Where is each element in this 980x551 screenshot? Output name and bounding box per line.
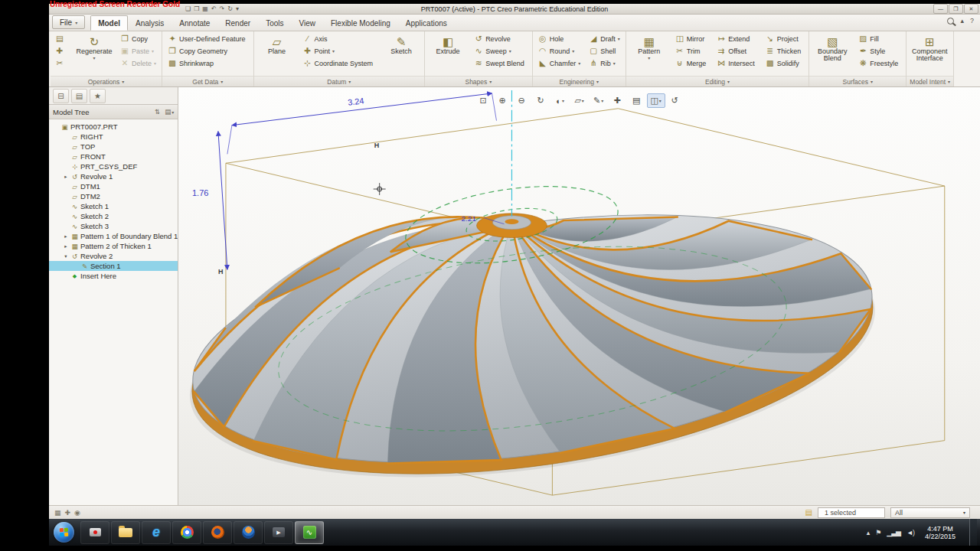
ribbon-button[interactable]: ↘ Project [763, 33, 807, 44]
ribbon-group-footer[interactable]: Get Data ▾ [162, 76, 253, 86]
ribbon-tab[interactable]: Applications [398, 15, 455, 31]
taskbar-clock[interactable]: 4:47 PM 4/22/2015 [920, 525, 960, 540]
ribbon-button[interactable]: ▧ Boundary Blend [812, 33, 853, 64]
ribbon-button[interactable]: ◢ Draft ▾ [586, 33, 623, 44]
new-icon[interactable]: ❏ [185, 5, 191, 13]
ribbon-group-footer[interactable]: Model Intent ▾ [906, 76, 953, 86]
taskbar-app-button[interactable] [203, 521, 232, 544]
ribbon-button[interactable]: ▱ Plane [256, 33, 298, 57]
ribbon-group-footer[interactable]: Operations ▾ [51, 76, 162, 86]
ribbon-tab[interactable]: View [292, 15, 324, 31]
model-tree-toggle-icon[interactable]: ⊟ [53, 89, 69, 103]
graphics-tool-button[interactable]: ⊡ [475, 93, 493, 108]
ribbon-button[interactable]: ▢ Shell [586, 45, 623, 57]
ribbon-button[interactable]: ◧ Extrude [427, 33, 469, 57]
ribbon-button[interactable]: ✚ [53, 45, 71, 57]
ribbon-button[interactable]: ⊞ Component Interface [909, 33, 950, 64]
tree-item[interactable]: ∿ Sketch 1 [49, 201, 178, 211]
tree-item[interactable]: ▱ DTM1 [49, 181, 178, 191]
ribbon-button[interactable]: ▩ Solidify [763, 57, 807, 69]
taskbar-app-button[interactable]: e [142, 521, 171, 544]
snap-icon[interactable]: ✚ [65, 509, 71, 517]
selection-filter-dropdown[interactable]: All ▾ [890, 507, 970, 518]
tree-item[interactable]: ▸ ▦ Pattern 1 of Boundary Blend 1 [49, 231, 178, 241]
graphics-tool-button[interactable]: ◐ ▾ [551, 93, 570, 108]
message-log-icon[interactable]: ◉ [74, 509, 80, 517]
ribbon-button[interactable]: ✂ Trim [672, 45, 712, 57]
ribbon-tab[interactable]: Flexible Modeling [323, 15, 398, 31]
favorites-icon[interactable]: ★ [90, 89, 106, 103]
regenerate-icon[interactable]: ↻ [227, 5, 233, 13]
ribbon-button[interactable]: ◎ Hole [535, 33, 584, 44]
model-tree-header-icon[interactable]: ▤▾ [165, 108, 174, 116]
ribbon-group-footer[interactable]: Shapes ▾ [425, 76, 532, 86]
tree-item[interactable]: ∿ Sketch 3 [49, 221, 178, 231]
graphics-tool-button[interactable]: ◫ ▾ [647, 93, 665, 108]
search-icon[interactable] [947, 18, 954, 24]
dimension-width[interactable]: 3.24 [348, 96, 365, 106]
action-center-icon[interactable]: ⚑ [875, 529, 880, 536]
message-note-icon[interactable]: ▤ [805, 508, 812, 517]
ribbon-button[interactable]: ⇉ Offset [714, 45, 760, 57]
ribbon-group-footer[interactable]: Editing ▾ [626, 76, 809, 86]
taskbar-app-button[interactable] [80, 521, 109, 544]
ribbon-tab[interactable]: Render [217, 15, 258, 31]
tree-item[interactable]: ▣ PRT0007.PRT [49, 122, 178, 132]
tree-item[interactable]: ▸ ▦ Pattern 2 of Thicken 1 [49, 241, 178, 251]
ribbon-button[interactable]: ❐ Copy [117, 33, 159, 44]
close-button[interactable]: ✕ [964, 4, 978, 14]
graphics-tool-button[interactable]: ✚ [609, 93, 627, 108]
graphics-tool-button[interactable]: ▤ [628, 93, 646, 108]
ribbon-button[interactable]: ↦ Extend [714, 33, 760, 44]
ribbon-button[interactable]: ∿ Sweep ▾ [471, 45, 530, 57]
help-icon[interactable]: ? [970, 17, 974, 24]
ribbon-button[interactable]: ⊎ Merge [672, 57, 712, 69]
ribbon-button[interactable]: ⋈ Intersect [714, 57, 760, 69]
ribbon-button[interactable]: ◠ Round ▾ [535, 45, 584, 57]
tree-item[interactable]: ∿ Sketch 2 [49, 211, 178, 221]
folder-browser-icon[interactable]: ▤ [71, 89, 87, 103]
window-list-icon[interactable]: ▾ [236, 5, 239, 13]
save-icon[interactable]: ▦ [202, 5, 208, 13]
ribbon-button[interactable]: ✒ Style [855, 45, 903, 57]
ribbon-button[interactable]: ◣ Chamfer ▾ [535, 57, 584, 69]
tree-item[interactable]: ▱ DTM2 [49, 191, 178, 201]
tree-expander-icon[interactable]: ▸ [63, 174, 69, 180]
ribbon-group-footer[interactable]: Engineering ▾ [533, 76, 626, 86]
tree-item[interactable]: ▸ ↺ Revolve 1 [49, 171, 178, 181]
tree-item[interactable]: ▱ RIGHT [49, 132, 178, 142]
restore-button[interactable]: ❐ [949, 4, 963, 14]
ribbon-tab[interactable]: Model [90, 15, 128, 31]
taskbar-app-button[interactable] [234, 521, 263, 544]
hidden-icons-icon[interactable]: ▴ [867, 529, 870, 536]
ribbon-button[interactable]: ▨ Fill [855, 33, 903, 44]
tree-expander-icon[interactable]: ▸ [63, 243, 69, 249]
dimension-height[interactable]: 1.76 [192, 188, 208, 197]
volume-icon[interactable]: ◄) [906, 529, 914, 536]
ribbon-button[interactable]: ▤ [53, 33, 71, 44]
ribbon-tab[interactable]: Annotate [172, 15, 217, 31]
tree-item[interactable]: ▱ FRONT [49, 152, 178, 161]
ribbon-button[interactable]: ▦ Pattern ▾ [629, 33, 670, 64]
graphics-tool-button[interactable]: ▱ ▾ [570, 93, 589, 108]
ribbon-group-footer[interactable]: Surfaces ▾ [809, 76, 906, 86]
graphics-tool-button[interactable]: ⊖ [513, 93, 531, 108]
tree-expander-icon[interactable]: ▸ [63, 233, 69, 240]
network-icon[interactable]: ▁▃▅ [887, 529, 900, 536]
graphics-tool-button[interactable]: ↻ [532, 93, 550, 108]
tree-item[interactable]: ◆ Insert Here [49, 271, 178, 281]
taskbar-app-button[interactable]: ▶ [264, 521, 293, 544]
ribbon-tab[interactable]: Analysis [128, 15, 172, 31]
minimize-ribbon-icon[interactable]: ▴ [960, 17, 964, 24]
graphics-area[interactable]: ⊡ ⊕ ⊖ ↻ ◐ ▾ [178, 87, 980, 505]
minimize-button[interactable]: — [933, 4, 948, 14]
show-desktop-button[interactable] [969, 519, 977, 546]
graphics-tool-button[interactable]: ↺ [666, 93, 684, 108]
ribbon-button[interactable]: ❐ Copy Geometry [165, 45, 251, 57]
file-menu-button[interactable]: File ▾ [52, 15, 85, 29]
ribbon-button[interactable]: ↻ Regenerate ▾ [74, 33, 115, 64]
ribbon-button[interactable]: ✚ Point ▾ [300, 45, 379, 57]
ribbon-button[interactable]: ✂ [53, 57, 71, 69]
ribbon-button[interactable]: ↺ Revolve [471, 33, 530, 44]
redo-icon[interactable]: ↷ [220, 5, 225, 13]
